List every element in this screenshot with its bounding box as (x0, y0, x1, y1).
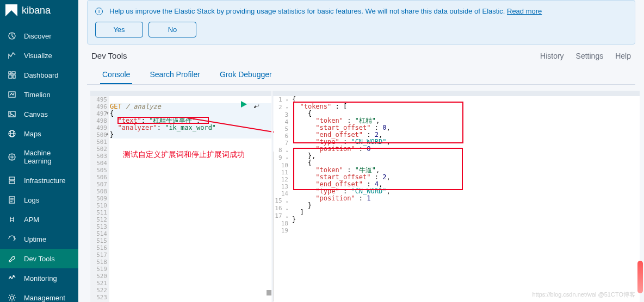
toolbar: Dev Tools HistorySettingsHelp (78, 45, 644, 66)
nav-icon (8, 215, 16, 224)
toolbar-links: HistorySettingsHelp (540, 52, 631, 60)
sidebar-item-monitoring[interactable]: Monitoring (0, 268, 78, 288)
nav-label: Dev Tools (24, 255, 55, 263)
nav-label: Canvas (24, 110, 48, 118)
request-code[interactable]: GET /_analyze{ "text": "杠精牛逼事件", "analyz… (110, 96, 272, 302)
sidebar-item-infrastructure[interactable]: Infrastructure (0, 171, 78, 190)
svg-point-9 (10, 112, 11, 114)
nav-icon (8, 235, 16, 243)
banner-message: i Help us improve the Elastic Stack by p… (95, 7, 627, 15)
svg-rect-15 (9, 177, 15, 180)
kibana-logo-icon (5, 4, 17, 16)
annotation-text: 测试自定义扩展词和停止扩展词成功 (123, 150, 245, 160)
nav-label: Discover (24, 32, 52, 40)
svg-rect-5 (9, 75, 12, 78)
wrench-icon[interactable] (253, 100, 261, 108)
nav-icon (8, 51, 16, 60)
svg-rect-4 (12, 72, 15, 74)
nav-label: Machine Learning (24, 149, 71, 165)
telemetry-banner: i Help us improve the Elastic Stack by p… (87, 0, 635, 45)
tab-search-profiler[interactable]: Search Profiler (147, 66, 202, 84)
nav-label: Infrastructure (24, 177, 66, 185)
request-panel[interactable]: 4954964974984995005015025035045055065075… (90, 96, 272, 302)
nav-icon (8, 129, 16, 138)
nav-icon (8, 90, 16, 99)
info-icon: i (95, 8, 103, 15)
nav-label: Management (24, 294, 65, 302)
sidebar-item-machine-learning[interactable]: Machine Learning (0, 143, 78, 171)
svg-rect-7 (9, 92, 15, 97)
nav-icon (8, 110, 16, 118)
main: i Help us improve the Elastic Stack by p… (78, 0, 644, 302)
response-code[interactable]: { "tokens" : [ { "token" : "杠精", "start_… (292, 96, 640, 302)
sidebar-item-visualize[interactable]: Visualize (0, 46, 78, 65)
svg-line-2 (12, 36, 14, 37)
response-gutter: 1 ▾2 ▾345678 ▴9 ▾101112131415 ▴16 ▴17 ▴1… (274, 96, 290, 302)
nav-icon (8, 176, 16, 185)
nav-icon (8, 293, 16, 302)
svg-point-21 (10, 276, 11, 278)
read-more-link[interactable]: Read more (507, 7, 542, 15)
fold-open-icon[interactable]: ▾ (106, 110, 109, 116)
banner-text: Help us improve the Elastic Stack by pro… (109, 7, 507, 15)
sidebar-item-apm[interactable]: APM (0, 210, 78, 229)
logo[interactable]: kibana (0, 0, 78, 21)
svg-rect-3 (9, 72, 11, 74)
sidebar-item-uptime[interactable]: Uptime (0, 229, 78, 249)
watermark: https://blog.csdn.net/wal @51CTO博客 (532, 291, 636, 299)
nav-label: Timelion (24, 91, 51, 99)
panel-divider[interactable] (271, 91, 273, 302)
toolbar-history[interactable]: History (540, 52, 564, 60)
nav-label: Visualize (24, 52, 52, 60)
no-button[interactable]: No (148, 22, 196, 37)
nav-list: DiscoverVisualizeDashboardTimelionCanvas… (0, 26, 78, 302)
play-icon[interactable] (240, 100, 247, 108)
nav-label: Maps (24, 130, 41, 138)
toolbar-settings[interactable]: Settings (576, 52, 604, 60)
nav-label: Monitoring (24, 274, 57, 282)
svg-point-22 (13, 275, 14, 276)
nav-label: APM (24, 216, 39, 224)
scrollbar-indicator[interactable] (637, 261, 643, 293)
sidebar-item-dev-tools[interactable]: Dev Tools (0, 249, 78, 268)
sidebar-item-canvas[interactable]: Canvas (0, 104, 78, 124)
sidebar-item-discover[interactable]: Discover (0, 26, 78, 46)
sidebar-item-management[interactable]: Management (0, 288, 78, 302)
nav-icon (8, 153, 16, 161)
tab-console[interactable]: Console (100, 66, 132, 84)
response-panel[interactable]: 1 ▾2 ▾345678 ▴9 ▾101112131415 ▴16 ▴17 ▴1… (274, 91, 640, 302)
nav-icon (8, 254, 16, 263)
toolbar-help[interactable]: Help (615, 52, 631, 60)
run-bar (240, 100, 261, 108)
tabs: ConsoleSearch ProfilerGrok Debugger (87, 66, 635, 85)
nav-icon (8, 196, 16, 204)
sidebar-item-dashboard[interactable]: Dashboard (0, 65, 78, 85)
sidebar-item-timelion[interactable]: Timelion (0, 85, 78, 104)
svg-rect-16 (9, 181, 15, 184)
request-gutter: 4954964974984995005015025035045055065075… (90, 96, 109, 302)
tab-grok-debugger[interactable]: Grok Debugger (218, 66, 274, 84)
fold-close-icon[interactable]: ▴ (106, 131, 109, 136)
nav-icon (8, 71, 16, 79)
nav-icon (8, 274, 16, 282)
brand-text: kibana (22, 5, 51, 16)
nav-icon (8, 32, 16, 40)
svg-point-14 (11, 156, 13, 158)
sidebar: kibana DiscoverVisualizeDashboardTimelio… (0, 0, 78, 302)
editor-area: 4954964974984995005015025035045055065075… (87, 91, 640, 302)
nav-label: Logs (24, 196, 39, 204)
svg-marker-24 (241, 101, 247, 108)
nav-label: Uptime (24, 235, 46, 243)
page-title: Dev Tools (91, 51, 127, 60)
sidebar-item-maps[interactable]: Maps (0, 124, 78, 143)
svg-rect-6 (13, 75, 15, 78)
sidebar-item-logs[interactable]: Logs (0, 190, 78, 210)
svg-point-23 (10, 296, 14, 299)
banner-buttons: Yes No (95, 22, 627, 37)
yes-button[interactable]: Yes (95, 22, 143, 37)
nav-label: Dashboard (24, 71, 59, 79)
